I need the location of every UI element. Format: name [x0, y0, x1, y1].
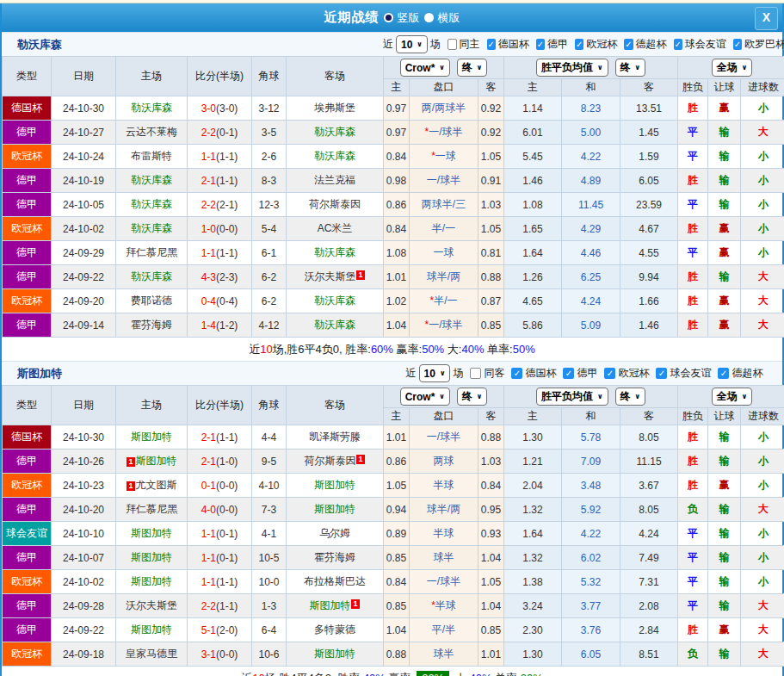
match-row: 德甲24-09-29拜仁慕尼黑1-1(1-1)6-1勒沃库森1.08一球0.81… — [3, 241, 784, 265]
handicap-cell: 一球 — [410, 241, 478, 265]
league-checkbox[interactable]: ✓ — [563, 368, 574, 379]
avg-final-select[interactable]: 终∨ — [615, 388, 646, 406]
vertical-layout-label[interactable]: 竖版 — [398, 10, 420, 26]
scope-select[interactable]: 全场∨ — [712, 59, 753, 77]
scope-select[interactable]: 全场∨ — [712, 388, 753, 406]
horizontal-layout-label[interactable]: 横版 — [438, 10, 460, 26]
chevron-down-icon: ∨ — [439, 393, 445, 400]
away-team-cell: 勒沃库森 — [287, 289, 384, 313]
handicap-line: 半/一 — [432, 222, 455, 234]
halftime-score: (1-1) — [216, 600, 238, 612]
league-checkbox[interactable]: ✓ — [733, 39, 742, 50]
fulltime-score: 2-2 — [201, 199, 216, 211]
handicap-cell: 两球 — [410, 450, 478, 474]
league-checkbox[interactable]: ✓ — [718, 368, 729, 379]
home-team-cell: 斯图加特 — [116, 570, 188, 594]
column-header: 角球 — [252, 386, 287, 425]
provider-final-select-value: 终 — [462, 60, 472, 75]
vertical-layout-radio[interactable] — [384, 13, 393, 22]
home-odds-cell: 0.86 — [384, 450, 410, 474]
sub-column-header: 进球数 — [741, 408, 784, 425]
draw-avg-cell: 11.45 — [562, 193, 620, 217]
summary-part: 赢率: — [393, 342, 422, 357]
league-checkbox[interactable]: ✓ — [536, 39, 545, 50]
fulltime-score: 2-1 — [201, 431, 216, 443]
league-checkbox[interactable]: ✓ — [575, 39, 583, 50]
handicap-result-cell: 输 — [708, 265, 741, 289]
away-team-cell: 荷尔斯泰因1 — [287, 450, 384, 474]
summary-part: 10 — [252, 672, 264, 676]
avg-final-select[interactable]: 终∨ — [615, 59, 646, 77]
score-cell: 2-2(0-1) — [188, 121, 252, 145]
halftime-score: (0-0) — [216, 504, 238, 516]
date-cell: 24-10-24 — [52, 145, 116, 169]
league-checkbox-label: 德国杯 — [498, 37, 529, 52]
horizontal-layout-radio[interactable] — [424, 13, 434, 22]
draw-avg-value: 4.46 — [581, 247, 601, 259]
date-cell: 24-10-23 — [52, 474, 116, 498]
league-checkbox[interactable]: ✓ — [624, 39, 633, 50]
team-name: 斯图加特 — [131, 623, 172, 636]
sub-column-header: 让球 — [708, 79, 741, 96]
home-team-cell: 费耶诺德 — [116, 289, 188, 313]
team-name: 勒沃库森 — [314, 295, 355, 307]
draw-avg-value: 6.25 — [581, 271, 601, 283]
chevron-down-icon: ∨ — [597, 393, 603, 400]
score-cell: 2-2(2-1) — [188, 193, 252, 217]
summary-part: 近 — [249, 342, 260, 357]
league-type-cell: 德甲 — [3, 546, 52, 570]
draw-avg-value: 8.23 — [581, 102, 601, 115]
away-team-cell: 埃弗斯堡 — [287, 96, 384, 121]
lose-avg-cell: 4.24 — [620, 522, 678, 546]
provider-final-select[interactable]: 终∨ — [457, 59, 488, 77]
away-team-cell: 荷尔斯泰因 — [287, 193, 384, 217]
corner-cell: 3-5 — [252, 121, 287, 145]
corner-cell: 8-3 — [252, 169, 287, 193]
draw-avg-cell: 4.22 — [562, 522, 620, 546]
summary-part: 赢率: — [386, 671, 414, 676]
handicap-cell: *一/球半 — [410, 313, 478, 338]
provider-final-select[interactable]: 终∨ — [457, 388, 488, 406]
home-team-cell: 拜仁慕尼黑 — [116, 498, 188, 522]
close-icon[interactable]: X — [755, 7, 778, 30]
avg-odds-select[interactable]: 胜平负均值∨ — [536, 59, 608, 77]
handicap-cell: 平/半 — [410, 618, 478, 642]
odds-provider-select[interactable]: Crow*∨ — [400, 388, 450, 406]
sub-column-header: 客 — [478, 408, 504, 425]
league-checkbox[interactable]: ✓ — [674, 39, 682, 50]
away-team-cell: 勒沃库森 — [287, 121, 384, 145]
summary-part: 场,胜4平4负2, 胜率: — [265, 671, 363, 676]
same-venue-label: 同主 — [460, 37, 480, 52]
match-row: 欧冠杯24-10-24布雷斯特1-1(1-1)2-6勒沃库森0.84*一球1.0… — [3, 145, 784, 169]
score-cell: 0-1(0-0) — [188, 474, 252, 498]
handicap-cell: 两/两球半 — [410, 96, 478, 121]
result-cell: 胜 — [678, 474, 708, 498]
result-cell: 胜 — [678, 313, 708, 338]
avg-odds-select[interactable]: 胜平负均值∨ — [536, 388, 608, 406]
league-type-cell: 德甲 — [3, 450, 52, 474]
goals-result-cell: 小 — [741, 522, 784, 546]
home-team-cell: 勒沃库森 — [116, 265, 188, 289]
lose-avg-cell: 6.05 — [620, 169, 678, 193]
same-venue-checkbox[interactable] — [448, 39, 457, 50]
handicap-result-cell: 输 — [708, 570, 741, 594]
recent-count-select[interactable]: 10∨ — [396, 35, 428, 53]
league-checkbox[interactable]: ✓ — [487, 39, 496, 50]
handicap-result-cell: 输 — [708, 642, 741, 667]
league-checkbox[interactable]: ✓ — [604, 368, 615, 379]
match-row: 欧冠杯24-09-18皇家马德里3-1(0-0)10-6斯图加特0.88球半1.… — [3, 642, 784, 667]
odds-provider-select[interactable]: Crow*∨ — [400, 59, 450, 77]
away-team-cell: 斯图加特1 — [287, 594, 384, 618]
home-team-cell: 斯图加特 — [116, 425, 188, 450]
draw-avg-value: 4.29 — [581, 223, 601, 235]
sub-column-header: 主 — [504, 408, 562, 425]
home-team-cell: 1尤文图斯 — [116, 474, 188, 498]
section-header: 勒沃库森近10∨场同主✓德国杯✓德甲✓欧冠杯✓德超杯✓球会友谊✓欧罗巴杯 — [2, 32, 782, 56]
league-checkbox[interactable]: ✓ — [656, 368, 667, 379]
same-venue-checkbox[interactable] — [470, 368, 481, 379]
score-cell: 1-1(1-1) — [188, 241, 252, 265]
recent-count-select[interactable]: 10∨ — [419, 364, 451, 382]
halftime-score: (0-0) — [216, 648, 238, 660]
match-row: 德甲24-09-22勒沃库森4-3(2-3)6-2沃尔夫斯堡11.01球半/两0… — [3, 265, 784, 289]
league-checkbox[interactable]: ✓ — [511, 368, 522, 379]
